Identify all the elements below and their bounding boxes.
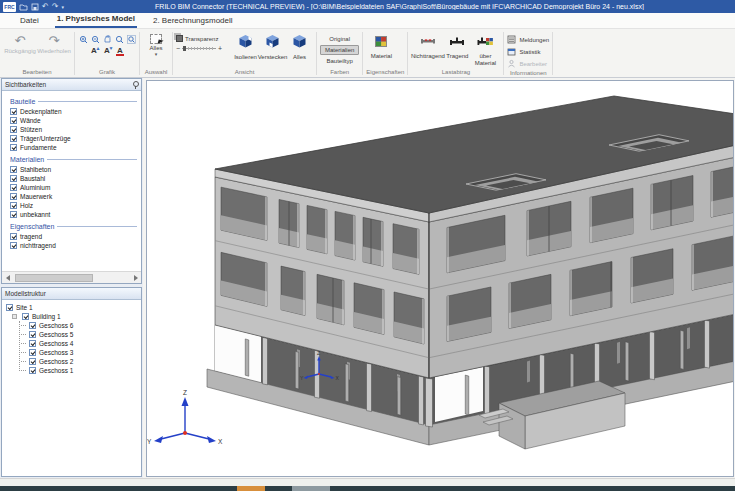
select-all-button[interactable]: Alles ▾	[143, 32, 169, 56]
group-informationen: Meldungen Statistik Bearbeiter Informati…	[504, 30, 552, 77]
group-label: Ansicht	[176, 68, 313, 77]
checkbox-checked-icon[interactable]	[10, 193, 17, 200]
material-grid-icon	[374, 34, 388, 52]
checkbox-checked-icon[interactable]	[22, 313, 29, 320]
zoom-in-icon[interactable]	[78, 34, 88, 44]
transparency-slider[interactable]: − +	[176, 45, 232, 52]
checkbox-row[interactable]: Site 1	[6, 303, 139, 312]
font-color-icon[interactable]: A	[115, 46, 126, 56]
checkbox-row[interactable]: tragend	[8, 232, 137, 241]
redo-button[interactable]: ↷ Wiederholen	[37, 32, 71, 55]
checkbox-row[interactable]: Geschoss 4	[24, 339, 139, 348]
ueber-material-button[interactable]: über Material	[470, 32, 500, 67]
checkbox-row[interactable]: Deckenplatten	[8, 107, 137, 116]
checkbox-checked-icon[interactable]	[29, 367, 36, 374]
tree-expander-icon[interactable]	[12, 314, 17, 319]
checkbox-checked-icon[interactable]	[29, 349, 36, 356]
model-viewport[interactable]: ZXYZXY	[146, 80, 734, 477]
font-increase-icon[interactable]: A▲	[89, 46, 100, 56]
redo-icon[interactable]: ↷	[52, 3, 59, 11]
undo-button[interactable]: ↶ Rückgängig	[3, 32, 37, 55]
slider-handle[interactable]	[183, 46, 186, 51]
beam-nonbearing-icon	[420, 34, 436, 52]
quick-access-toolbar: FRC ↶ ↷ ▾	[0, 2, 64, 12]
bearbeiter-button[interactable]: Bearbeiter	[507, 59, 549, 69]
tab-berechnungsmodell[interactable]: 2. Berechnungsmodell	[151, 14, 235, 28]
horizontal-scrollbar[interactable]	[2, 271, 141, 283]
checkbox-checked-icon[interactable]	[10, 108, 17, 115]
checkbox-checked-icon[interactable]	[10, 144, 17, 151]
checkbox-label: Geschoss 4	[39, 340, 73, 347]
checkbox-checked-icon[interactable]	[10, 242, 17, 249]
checkbox-row[interactable]: Geschoss 5	[24, 330, 139, 339]
checkbox-row[interactable]: Stahlbeton	[8, 165, 137, 174]
checkbox-checked-icon[interactable]	[29, 340, 36, 347]
tragend-button[interactable]: Tragend	[444, 32, 470, 60]
checkbox-checked-icon[interactable]	[10, 166, 17, 173]
checkbox-row[interactable]: nichttragend	[8, 241, 137, 250]
checkbox-row[interactable]: unbekannt	[8, 210, 137, 219]
colors-original-button[interactable]: Original	[320, 34, 359, 44]
checkbox-label: Wände	[20, 117, 41, 124]
checkbox-checked-icon[interactable]	[29, 331, 36, 338]
scrollbar-thumb[interactable]	[15, 274, 93, 282]
checkbox-row[interactable]: Aluminium	[8, 183, 137, 192]
tab-physisches-model[interactable]: 1. Physisches Model	[55, 12, 137, 28]
checkbox-checked-icon[interactable]	[29, 358, 36, 365]
app-logo[interactable]: FRC	[3, 2, 16, 12]
colors-materialien-button[interactable]: Materialien	[320, 45, 359, 55]
material-button[interactable]: Material	[366, 32, 396, 60]
scroll-right-icon[interactable]	[130, 272, 141, 283]
checkbox-row[interactable]: Building 1	[20, 313, 61, 320]
zoom-window-icon[interactable]	[114, 34, 124, 44]
pan-hand-icon[interactable]	[102, 34, 112, 44]
checkbox-row[interactable]: Wände	[8, 116, 137, 125]
hide-button[interactable]: Verstecken	[259, 32, 286, 61]
checkbox-row[interactable]: Baustahl	[8, 174, 137, 183]
pin-icon[interactable]	[132, 81, 138, 89]
checkbox-row[interactable]: Stützen	[8, 125, 137, 134]
colors-bauteiltyp-button[interactable]: Bauteiltyp	[320, 56, 359, 66]
checkbox-row[interactable]: Träger/Unterzüge	[8, 134, 137, 143]
checkbox-row[interactable]: Geschoss 1	[24, 366, 139, 375]
dropdown-caret-icon[interactable]: ▾	[155, 52, 158, 56]
checkbox-row[interactable]: Mauerwerk	[8, 192, 137, 201]
undo-icon[interactable]: ↶	[42, 3, 49, 11]
tab-datei[interactable]: Datei	[18, 14, 41, 28]
isolate-button[interactable]: Isolieren	[232, 32, 259, 61]
cube-hide-icon	[265, 34, 280, 53]
checkbox-checked-icon[interactable]	[10, 117, 17, 124]
checkbox-label: Geschoss 5	[39, 331, 73, 338]
checkbox-checked-icon[interactable]	[10, 126, 17, 133]
checkbox-checked-icon[interactable]	[10, 184, 17, 191]
checkbox-checked-icon[interactable]	[29, 322, 36, 329]
messages-list-icon	[507, 35, 516, 45]
meldungen-button[interactable]: Meldungen	[507, 35, 549, 45]
model-structure-tree: Site 1Building 1Geschoss 6Geschoss 5Gesc…	[2, 300, 141, 476]
checkbox-row[interactable]: Geschoss 6	[24, 321, 139, 330]
checkbox-checked-icon[interactable]	[6, 304, 13, 311]
checkbox-checked-icon[interactable]	[10, 135, 17, 142]
nichttragend-button[interactable]: Nichttragend	[411, 32, 444, 60]
model-3d-view[interactable]: ZXYZXY	[147, 81, 733, 476]
checkbox-row[interactable]: Fundamente	[8, 143, 137, 152]
save-icon[interactable]	[31, 3, 39, 11]
checkbox-checked-icon[interactable]	[10, 175, 17, 182]
zoom-fit-icon[interactable]	[126, 34, 136, 44]
tree-node-building[interactable]: Building 1	[12, 312, 139, 321]
checkbox-row[interactable]: Holz	[8, 201, 137, 210]
group-ansicht: Transparenz − +	[173, 30, 316, 77]
checkbox-row[interactable]: Geschoss 3	[24, 348, 139, 357]
show-all-button[interactable]: Alles	[286, 32, 313, 61]
open-file-icon[interactable]	[19, 3, 28, 11]
checkbox-label: Site 1	[16, 304, 33, 311]
scroll-left-icon[interactable]	[2, 272, 13, 283]
checkbox-checked-icon[interactable]	[10, 202, 17, 209]
checkbox-checked-icon[interactable]	[10, 211, 17, 218]
zoom-out-icon[interactable]	[90, 34, 100, 44]
checkbox-label: Fundamente	[20, 144, 57, 151]
font-decrease-icon[interactable]: A▼	[102, 46, 113, 56]
checkbox-row[interactable]: Geschoss 2	[24, 357, 139, 366]
checkbox-checked-icon[interactable]	[10, 233, 17, 240]
statistik-button[interactable]: Statistik	[507, 47, 549, 57]
